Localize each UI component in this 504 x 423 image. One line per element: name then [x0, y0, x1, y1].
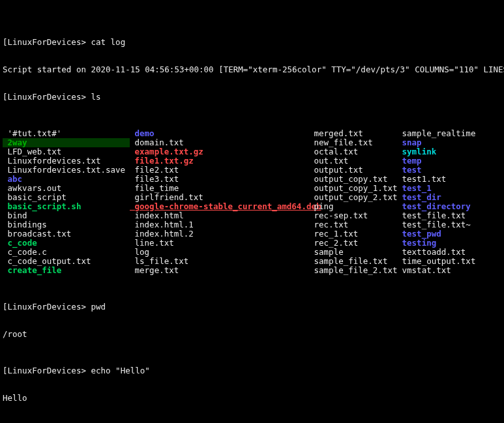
- ls-entry: octal.txt: [309, 147, 397, 156]
- ls-entry: output_copy_2.txt: [309, 193, 397, 202]
- ls-output: '#tut.txt#' demo merged.txt sample_realt…: [3, 129, 501, 275]
- ls-entry: rec-sep.txt: [309, 211, 397, 220]
- ls-row: Linuxfordevices.txt.save file2.txt outpu…: [3, 166, 501, 175]
- ls-entry: sample_file.txt: [309, 257, 397, 266]
- ls-row: bind index.html rec-sep.txt test_file.tx…: [3, 211, 501, 220]
- ls-entry: girlfriend.txt: [130, 193, 309, 202]
- ls-row: c_code line.txt rec_2.txt testing: [3, 239, 501, 248]
- ls-entry: line.txt: [130, 239, 309, 248]
- ls-entry: ping: [309, 202, 397, 211]
- ls-row: awkvars.out file_time output_copy_1.txt …: [3, 184, 501, 193]
- ls-row: c_code_output.txt ls_file.txt sample_fil…: [3, 257, 501, 266]
- ls-entry: basic_script.sh: [3, 202, 130, 211]
- ls-entry: index.html.1: [130, 220, 309, 229]
- ls-entry: bind: [3, 211, 130, 220]
- ls-entry: create_file: [3, 266, 130, 275]
- ls-row: '#tut.txt#' demo merged.txt sample_realt…: [3, 129, 501, 138]
- ls-entry: sample_realtime: [397, 129, 501, 138]
- ls-entry: rec.txt: [309, 220, 397, 229]
- ls-row: c_code.c log sample texttoadd.txt: [3, 248, 501, 257]
- ls-row: 2way domain.txt new_file.txt snap: [3, 138, 501, 147]
- ls-row: basic_script.sh google-chrome-stable_cur…: [3, 202, 501, 211]
- prompt-line: [LinuxForDevices> echo "Hello": [3, 366, 501, 375]
- ls-entry: c_code_output.txt: [3, 257, 130, 266]
- prompt-line: [LinuxForDevices> pwd: [3, 302, 501, 312]
- ls-entry: rec_1.txt: [309, 229, 397, 239]
- ls-entry: awkvars.out: [3, 184, 130, 193]
- ls-entry: file2.txt: [130, 166, 309, 175]
- ls-entry: output.txt: [309, 166, 397, 175]
- output-line: /root: [3, 330, 501, 339]
- ls-entry: Linuxfordevices.txt: [3, 156, 130, 166]
- ls-entry: file1.txt.gz: [130, 156, 309, 166]
- ls-entry: new_file.txt: [309, 138, 397, 147]
- ls-row: LFD_web.txt example.txt.gz octal.txt sym…: [3, 147, 501, 156]
- ls-entry: broadcast.txt: [3, 229, 130, 239]
- ls-entry: test_pwd: [397, 229, 501, 239]
- ls-entry: bindings: [3, 220, 130, 229]
- ls-entry: google-chrome-stable_current_amd64.deb: [130, 202, 309, 211]
- ls-entry: temp: [397, 156, 501, 166]
- ls-entry: test_directory: [397, 202, 501, 211]
- ls-entry: test_dir: [397, 193, 501, 202]
- ls-entry: snap: [397, 138, 501, 147]
- prompt-host: LinuxForDevices: [8, 92, 82, 102]
- ls-row: basic_script girlfriend.txt output_copy_…: [3, 193, 501, 202]
- prompt-line: [LinuxForDevices> ls: [3, 93, 501, 102]
- ls-entry: file_time: [130, 184, 309, 193]
- ls-entry: demo: [130, 129, 309, 138]
- ls-entry: 2way: [3, 138, 130, 147]
- ls-row: bindings index.html.1 rec.txt test_file.…: [3, 220, 501, 229]
- ls-entry: abc: [3, 175, 130, 184]
- command-text: ls: [91, 92, 100, 102]
- ls-entry: file3.txt: [130, 175, 309, 184]
- ls-entry: symlink: [397, 147, 501, 156]
- script-start-line: Script started on 2020-11-15 04:56:53+00…: [3, 65, 501, 74]
- ls-entry: domain.txt: [130, 138, 309, 147]
- ls-entry: time_output.txt: [397, 257, 501, 266]
- command-text: echo "Hello": [91, 366, 149, 375]
- ls-row: create_file merge.txt sample_file_2.txt …: [3, 266, 501, 275]
- prompt-host: LinuxForDevices: [8, 366, 82, 375]
- ls-entry: testing: [397, 239, 501, 248]
- ls-entry: example.txt.gz: [130, 147, 309, 156]
- ls-row: abc file3.txt output_copy.txt test1.txt: [3, 175, 501, 184]
- ls-entry: rec_2.txt: [309, 239, 397, 248]
- ls-entry: out.txt: [309, 156, 397, 166]
- ls-row: broadcast.txt index.html.2 rec_1.txt tes…: [3, 229, 501, 239]
- ls-entry: '#tut.txt#': [3, 129, 130, 138]
- ls-entry: sample: [309, 248, 397, 257]
- ls-entry: test_1: [397, 184, 501, 193]
- ls-entry: test1.txt: [397, 175, 501, 184]
- ls-entry: LFD_web.txt: [3, 147, 130, 156]
- ls-entry: texttoadd.txt: [397, 248, 501, 257]
- ls-entry: test_file.txt: [397, 211, 501, 220]
- prompt-host: LinuxForDevices: [8, 302, 82, 312]
- ls-entry: log: [130, 248, 309, 257]
- ls-entry: sample_file_2.txt: [309, 266, 397, 275]
- command-text: pwd: [91, 302, 106, 312]
- ls-entry: ls_file.txt: [130, 257, 309, 266]
- ls-entry: vmstat.txt: [397, 266, 501, 275]
- ls-row: Linuxfordevices.txt file1.txt.gz out.txt…: [3, 156, 501, 166]
- ls-entry: merged.txt: [309, 129, 397, 138]
- ls-entry: c_code.c: [3, 248, 130, 257]
- command-text: cat log: [91, 37, 125, 47]
- ls-entry: output_copy.txt: [309, 175, 397, 184]
- prompt-line: [LinuxForDevices> cat log: [3, 38, 501, 47]
- ls-entry: basic_script: [3, 193, 130, 202]
- ls-entry: merge.txt: [130, 266, 309, 275]
- ls-entry: index.html.2: [130, 229, 309, 239]
- ls-entry: index.html: [130, 211, 309, 220]
- ls-entry: c_code: [3, 239, 130, 248]
- ls-entry: test: [397, 166, 501, 175]
- prompt-host: LinuxForDevices: [8, 37, 82, 47]
- ls-entry: test_file.txt~: [397, 220, 501, 229]
- terminal-root[interactable]: [LinuxForDevices> cat log Script started…: [0, 0, 504, 423]
- ls-entry: output_copy_1.txt: [309, 184, 397, 193]
- output-line: Hello: [3, 394, 501, 403]
- ls-entry: Linuxfordevices.txt.save: [3, 166, 130, 175]
